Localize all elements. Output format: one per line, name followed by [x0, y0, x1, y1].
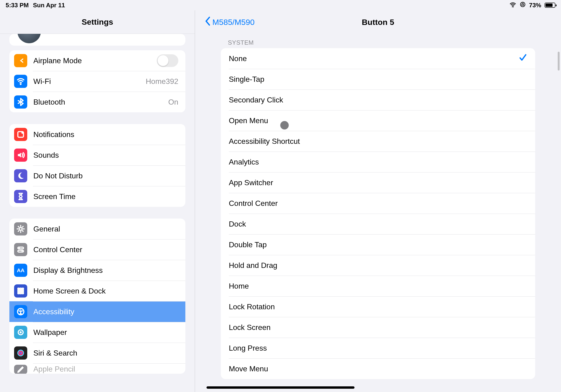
battery-pct: 73%	[529, 2, 541, 9]
option-label: Home	[229, 282, 527, 291]
apps-grid-icon	[14, 284, 27, 297]
sidebar-item-pencil[interactable]: Apple Pencil	[9, 363, 185, 374]
sidebar-item-screentime[interactable]: Screen Time	[9, 186, 185, 207]
svg-point-21	[20, 331, 22, 334]
sidebar-item-display[interactable]: AA Display & Brightness	[9, 260, 185, 281]
hourglass-icon	[14, 190, 27, 203]
assistive-touch-cursor[interactable]	[280, 121, 289, 130]
settings-group-connectivity: Airplane Mode Wi-Fi Home392	[9, 50, 185, 112]
svg-text:AA: AA	[17, 267, 25, 273]
option-single-tap[interactable]: Single-Tap	[221, 69, 535, 89]
option-home[interactable]: Home	[221, 276, 535, 296]
option-label: Double Tap	[229, 240, 527, 249]
option-none[interactable]: None	[221, 48, 535, 69]
status-bar: 5:33 PM Sun Apr 11 73%	[0, 0, 561, 10]
option-accessibility-shortcut[interactable]: Accessibility Shortcut	[221, 131, 535, 152]
avatar	[17, 34, 41, 43]
wifi-icon	[509, 2, 516, 9]
profile-row[interactable]	[9, 34, 185, 46]
scrollbar[interactable]	[558, 52, 560, 70]
moon-icon	[14, 169, 27, 182]
option-lock-rotation[interactable]: Lock Rotation	[221, 296, 535, 317]
switches-icon	[14, 243, 27, 256]
bluetooth-icon	[14, 95, 27, 109]
sounds-icon	[14, 149, 27, 162]
sidebar-item-bluetooth[interactable]: Bluetooth On	[9, 92, 185, 112]
settings-group-alerts: Notifications Sounds Do Not Disturb	[9, 124, 185, 207]
sidebar-item-homescreen[interactable]: Home Screen & Dock	[9, 281, 185, 301]
sidebar-item-siri[interactable]: Siri & Search	[9, 343, 185, 363]
sidebar-item-accessibility[interactable]: Accessibility	[9, 301, 185, 322]
section-header-system: SYSTEM	[228, 39, 561, 46]
svg-rect-13	[20, 290, 21, 292]
option-lock-screen[interactable]: Lock Screen	[221, 317, 535, 338]
sidebar-item-label: Apple Pencil	[33, 365, 178, 373]
sidebar: Settings Airplane Mode	[0, 10, 195, 392]
svg-rect-11	[22, 288, 23, 290]
option-hold-drag[interactable]: Hold and Drag	[221, 255, 535, 276]
orientation-lock-icon	[520, 1, 526, 9]
option-long-press[interactable]: Long Press	[221, 338, 535, 358]
wifi-icon	[14, 75, 27, 88]
option-secondary-click[interactable]: Secondary Click	[221, 89, 535, 110]
option-label: Open Menu	[229, 116, 527, 125]
option-dock[interactable]: Dock	[221, 214, 535, 234]
back-label: M585/M590	[212, 18, 255, 27]
sidebar-item-label: Notifications	[33, 130, 178, 139]
sidebar-item-control-center[interactable]: Control Center	[9, 239, 185, 260]
svg-rect-16	[20, 292, 21, 294]
airplane-toggle[interactable]	[157, 54, 178, 67]
option-open-menu[interactable]: Open Menu	[221, 110, 535, 131]
wifi-value: Home392	[146, 77, 178, 86]
checkmark-icon	[519, 53, 527, 64]
sidebar-item-label: Display & Brightness	[33, 266, 178, 275]
sidebar-item-label: Home Screen & Dock	[33, 287, 178, 295]
airplane-icon	[14, 54, 27, 67]
svg-rect-12	[18, 290, 19, 292]
sidebar-item-wifi[interactable]: Wi-Fi Home392	[9, 71, 185, 92]
svg-rect-9	[18, 288, 19, 290]
sidebar-item-label: Airplane Mode	[33, 56, 157, 65]
sidebar-item-label: Wallpaper	[33, 328, 178, 337]
svg-rect-17	[22, 292, 23, 294]
pencil-icon	[14, 365, 27, 374]
sidebar-item-wallpaper[interactable]: Wallpaper	[9, 322, 185, 343]
back-button[interactable]: M585/M590	[204, 17, 255, 28]
sidebar-item-label: General	[33, 225, 178, 233]
option-label: Control Center	[229, 199, 527, 208]
option-label: Lock Rotation	[229, 303, 527, 311]
option-analytics[interactable]: Analytics	[221, 152, 535, 172]
sidebar-title-bar: Settings	[0, 10, 195, 34]
home-indicator[interactable]	[206, 386, 355, 389]
options-list: None Single-Tap Secondary Click Open Men…	[221, 48, 535, 379]
sidebar-item-general[interactable]: General	[9, 218, 185, 239]
svg-point-19	[20, 309, 21, 310]
option-move-menu[interactable]: Move Menu	[221, 358, 535, 379]
option-control-center[interactable]: Control Center	[221, 193, 535, 214]
option-label: Single-Tap	[229, 75, 527, 84]
option-label: Accessibility Shortcut	[229, 137, 527, 146]
sidebar-item-label: Wi-Fi	[33, 77, 146, 86]
sidebar-item-notifications[interactable]: Notifications	[9, 124, 185, 145]
svg-point-7	[22, 251, 23, 252]
option-label: Secondary Click	[229, 96, 527, 104]
sidebar-item-label: Do Not Disturb	[33, 172, 178, 180]
svg-rect-10	[20, 288, 21, 290]
siri-icon	[14, 346, 27, 359]
svg-rect-6	[18, 250, 23, 252]
gear-icon	[14, 222, 27, 236]
svg-rect-4	[18, 247, 23, 249]
option-double-tap[interactable]: Double Tap	[221, 234, 535, 255]
option-label: None	[229, 54, 519, 63]
svg-point-24	[20, 352, 22, 354]
sidebar-item-sounds[interactable]: Sounds	[9, 145, 185, 165]
sidebar-item-dnd[interactable]: Do Not Disturb	[9, 165, 185, 186]
accessibility-icon	[14, 305, 27, 318]
option-label: App Switcher	[229, 178, 527, 187]
status-time: 5:33 PM	[6, 2, 29, 9]
option-label: Dock	[229, 220, 527, 229]
sidebar-item-airplane[interactable]: Airplane Mode	[9, 50, 185, 71]
sidebar-item-label: Screen Time	[33, 192, 178, 201]
option-app-switcher[interactable]: App Switcher	[221, 172, 535, 193]
status-date: Sun Apr 11	[33, 2, 65, 9]
